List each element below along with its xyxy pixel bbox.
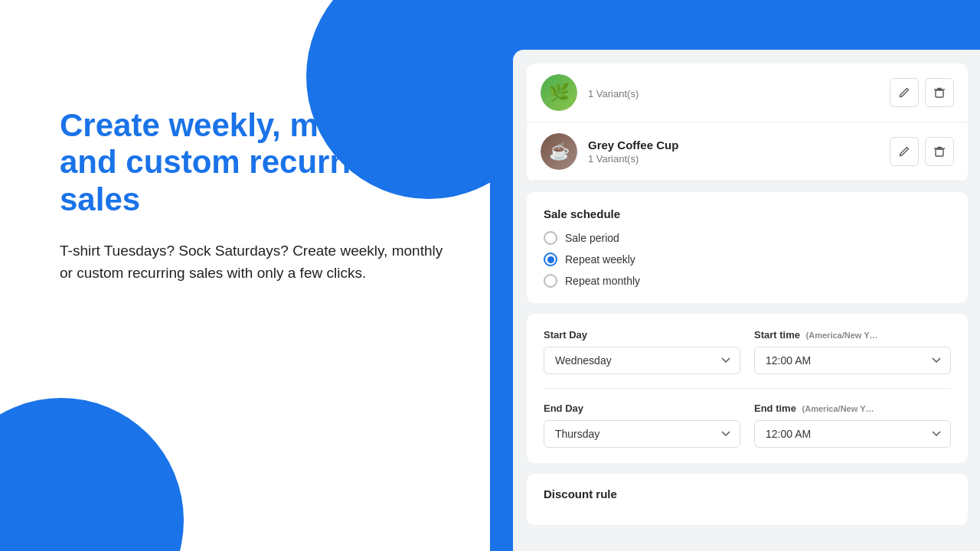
product-variant-1: 1 Variant(s) <box>588 88 890 99</box>
product-info-2: Grey Coffee Cup 1 Variant(s) <box>588 139 890 165</box>
radio-sale-period[interactable]: Sale period <box>544 231 951 245</box>
sale-schedule-title: Sale schedule <box>544 207 951 220</box>
start-day-group: Start Day Sunday Monday Tuesday Wednesda… <box>544 329 740 374</box>
edit-button-2[interactable] <box>890 137 919 166</box>
fields-divider <box>544 388 951 389</box>
product-item-2: ☕ Grey Coffee Cup 1 Variant(s) <box>527 122 968 181</box>
end-day-select-wrapper: Sunday Monday Tuesday Wednesday Thursday… <box>544 420 740 448</box>
radio-label-repeat-monthly: Repeat monthly <box>565 275 640 287</box>
schedule-radio-group: Sale period Repeat weekly Repeat monthly <box>544 231 951 288</box>
start-time-label: Start time (America/New Y… <box>754 329 951 341</box>
discount-rule-title: Discount rule <box>544 487 951 500</box>
radio-label-sale-period: Sale period <box>565 232 619 244</box>
card-container: 🌿 1 Variant(s) <box>513 50 980 551</box>
end-time-select[interactable]: 12:00 AM 1:00 AM 2:00 AM <box>754 420 951 448</box>
radio-label-repeat-weekly: Repeat weekly <box>565 253 635 266</box>
radio-circle-repeat-monthly <box>544 274 557 288</box>
end-day-label: End Day <box>544 403 740 414</box>
plant-avatar-icon: 🌿 <box>541 74 577 111</box>
product-avatar-1: 🌿 <box>541 74 577 111</box>
product-variant-2: 1 Variant(s) <box>588 153 890 165</box>
start-day-select[interactable]: Sunday Monday Tuesday Wednesday Thursday… <box>544 347 740 374</box>
sale-schedule-card: Sale schedule Sale period Repeat weekly <box>527 192 968 303</box>
product-actions-2 <box>890 137 954 166</box>
blob-bottom-decoration <box>0 398 184 551</box>
hero-body: T-shirt Tuesdays? Sock Saturdays? Create… <box>60 240 444 285</box>
start-day-select-wrapper: Sunday Monday Tuesday Wednesday Thursday… <box>544 347 740 374</box>
start-day-label: Start Day <box>544 329 740 341</box>
left-panel: Create weekly, monthly and custom recurr… <box>0 0 490 551</box>
start-fields-row: Start Day Sunday Monday Tuesday Wednesda… <box>544 329 951 374</box>
start-time-select[interactable]: 12:00 AM 1:00 AM 2:00 AM <box>754 347 951 374</box>
svg-rect-0 <box>936 90 943 97</box>
delete-button-2[interactable] <box>925 137 954 166</box>
end-time-timezone: (America/New Y… <box>802 404 874 413</box>
product-actions-1 <box>890 78 954 107</box>
right-panel: 🌿 1 Variant(s) <box>490 0 980 551</box>
end-time-group: End time (America/New Y… 12:00 AM 1:00 A… <box>754 403 951 448</box>
svg-rect-1 <box>936 149 943 156</box>
left-content: Create weekly, monthly and custom recurr… <box>60 107 444 285</box>
end-time-label: End time (America/New Y… <box>754 403 951 414</box>
radio-repeat-monthly[interactable]: Repeat monthly <box>544 274 951 288</box>
end-day-select[interactable]: Sunday Monday Tuesday Wednesday Thursday… <box>544 420 740 448</box>
edit-button-1[interactable] <box>890 78 919 107</box>
end-day-group: End Day Sunday Monday Tuesday Wednesday … <box>544 403 740 448</box>
product-avatar-2: ☕ <box>541 133 577 170</box>
end-fields-row: End Day Sunday Monday Tuesday Wednesday … <box>544 403 951 448</box>
cup-avatar-icon: ☕ <box>541 133 577 170</box>
radio-circle-sale-period <box>544 231 557 245</box>
start-time-select-wrapper: 12:00 AM 1:00 AM 2:00 AM <box>754 347 951 374</box>
product-item-1: 🌿 1 Variant(s) <box>527 64 968 122</box>
discount-rule-card: Discount rule <box>527 474 968 525</box>
day-time-card: Start Day Sunday Monday Tuesday Wednesda… <box>527 314 968 463</box>
hero-title: Create weekly, monthly and custom recurr… <box>60 107 444 218</box>
radio-dot-repeat-weekly <box>547 256 554 263</box>
product-name-2: Grey Coffee Cup <box>588 139 890 152</box>
radio-repeat-weekly[interactable]: Repeat weekly <box>544 253 951 266</box>
start-time-group: Start time (America/New Y… 12:00 AM 1:00… <box>754 329 951 374</box>
start-time-timezone: (America/New Y… <box>806 331 878 340</box>
product-list-card: 🌿 1 Variant(s) <box>527 64 968 181</box>
product-info-1: 1 Variant(s) <box>588 86 890 99</box>
delete-button-1[interactable] <box>925 78 954 107</box>
end-time-select-wrapper: 12:00 AM 1:00 AM 2:00 AM <box>754 420 951 448</box>
radio-circle-repeat-weekly <box>544 253 557 266</box>
